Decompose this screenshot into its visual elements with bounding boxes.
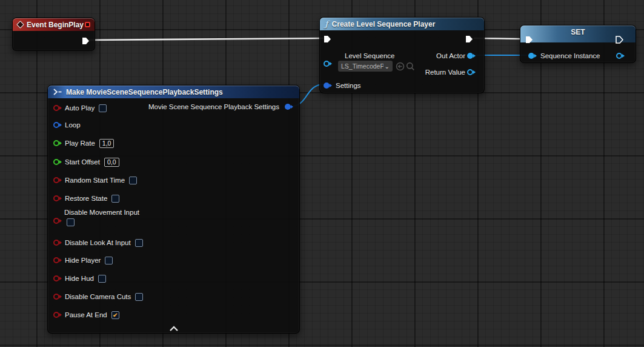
node-set-sequence-instance[interactable]: SET Sequence Instance bbox=[520, 25, 636, 63]
level-sequence-pin-label: Level Sequence bbox=[345, 52, 394, 60]
restore_state-checkbox[interactable] bbox=[111, 195, 119, 203]
pin-row-random_start_time: Random Start Time bbox=[53, 172, 294, 189]
return-value-pin-label: Return Value bbox=[425, 68, 465, 76]
hide_hud-label: Hide Hud bbox=[65, 275, 94, 282]
pause_at_end-pin[interactable] bbox=[53, 312, 59, 318]
start_offset-input[interactable]: 0,0 bbox=[104, 158, 119, 167]
pin-row-disable_look_at_input: Disable Look At Input bbox=[53, 234, 294, 251]
disable_look_at_input-pin[interactable] bbox=[53, 240, 59, 246]
make-struct-icon bbox=[53, 89, 62, 95]
disable_camera_cuts-pin[interactable] bbox=[53, 294, 59, 300]
play_rate-pin[interactable] bbox=[53, 140, 59, 146]
pin-row-play_rate: Play Rate1,0 bbox=[53, 135, 294, 152]
delegate-pin[interactable] bbox=[85, 22, 90, 27]
pin-row-start_offset: Start Offset0,0 bbox=[53, 153, 294, 170]
exec-wire-beginplay-to-create[interactable] bbox=[89, 38, 324, 40]
random_start_time-pin[interactable] bbox=[53, 177, 59, 183]
restore_state-label: Restore State bbox=[65, 195, 107, 202]
pin-row-hide_player: Hide Player bbox=[53, 252, 294, 269]
sequence-instance-pin[interactable] bbox=[528, 53, 534, 59]
auto_play-label: Auto Play bbox=[65, 104, 95, 112]
hide_hud-pin[interactable] bbox=[53, 275, 59, 281]
exec-in-pin-set[interactable] bbox=[525, 36, 533, 44]
disable_camera_cuts-checkbox[interactable] bbox=[135, 293, 143, 301]
random_start_time-label: Random Start Time bbox=[65, 177, 125, 184]
return-value-pin[interactable] bbox=[467, 69, 473, 75]
pin-row-disable_movement_input: Disable Movement Input bbox=[53, 209, 294, 234]
hide_player-pin[interactable] bbox=[53, 257, 59, 263]
random_start_time-checkbox[interactable] bbox=[129, 177, 137, 184]
start_offset-pin[interactable] bbox=[53, 159, 59, 165]
restore_state-pin[interactable] bbox=[53, 195, 59, 201]
out-actor-pin[interactable] bbox=[467, 53, 473, 59]
set-output-pin[interactable] bbox=[616, 53, 622, 59]
sequence-instance-pin-label: Sequence Instance bbox=[540, 52, 600, 60]
pin-row-hide_hud: Hide Hud bbox=[53, 270, 294, 287]
pin-row-disable_camera_cuts: Disable Camera Cuts bbox=[53, 288, 294, 305]
disable_camera_cuts-label: Disable Camera Cuts bbox=[65, 293, 131, 300]
disable_movement_input-pin[interactable] bbox=[53, 218, 59, 224]
out-actor-pin-label: Out Actor bbox=[436, 52, 465, 60]
blueprint-graph-canvas[interactable]: Event BeginPlay ƒ Create Level Sequence … bbox=[0, 0, 644, 347]
auto_play-pin[interactable] bbox=[53, 105, 59, 111]
hide_player-label: Hide Player bbox=[65, 257, 101, 264]
asset-dropdown-value: LS_TimecodePro bbox=[341, 62, 383, 70]
pause_at_end-checkbox[interactable]: ✔ bbox=[111, 311, 119, 319]
auto_play-checkbox[interactable] bbox=[99, 104, 107, 112]
start_offset-label: Start Offset bbox=[65, 158, 100, 166]
create-player-header[interactable]: ƒ Create Level Sequence Player bbox=[320, 18, 484, 30]
event-beginplay-header[interactable]: Event BeginPlay bbox=[13, 18, 95, 31]
node-make-playback-settings[interactable]: Make MovieSceneSequencePlaybackSettings … bbox=[47, 85, 300, 334]
loop-label: Loop bbox=[65, 121, 81, 129]
play_rate-input[interactable]: 1,0 bbox=[99, 139, 115, 148]
set-title: SET bbox=[520, 28, 636, 36]
settings-pin-label: Settings bbox=[336, 81, 361, 90]
make-settings-title: Make MovieSceneSequencePlaybackSettings bbox=[66, 88, 223, 96]
level-sequence-asset-dropdown[interactable]: LS_TimecodePro ⌄ bbox=[338, 61, 393, 72]
settings-pin[interactable] bbox=[324, 83, 330, 89]
event-beginplay-title: Event BeginPlay bbox=[27, 21, 84, 29]
disable_movement_input-label: Disable Movement Input bbox=[64, 209, 294, 216]
node-event-beginplay[interactable]: Event BeginPlay bbox=[12, 18, 95, 51]
disable_movement_input-checkbox[interactable] bbox=[67, 218, 75, 226]
exec-in-pin-create[interactable] bbox=[324, 35, 331, 43]
disable_look_at_input-checkbox[interactable] bbox=[135, 239, 143, 247]
pause_at_end-label: Pause At End bbox=[65, 311, 107, 318]
hide_hud-checkbox[interactable] bbox=[98, 275, 106, 283]
level-sequence-pin[interactable] bbox=[324, 61, 330, 67]
exec-out-pin-beginplay[interactable] bbox=[82, 37, 90, 45]
event-icon bbox=[16, 21, 24, 29]
collapse-node-chevron-icon[interactable] bbox=[169, 323, 179, 329]
use-selected-asset-icon[interactable] bbox=[396, 62, 405, 71]
play_rate-label: Play Rate bbox=[65, 140, 95, 147]
create-player-title: Create Level Sequence Player bbox=[332, 20, 436, 29]
node-create-level-sequence-player[interactable]: ƒ Create Level Sequence Player Level Seq… bbox=[319, 17, 485, 93]
pin-row-auto_play: Auto Play bbox=[53, 99, 294, 116]
chevron-down-icon: ⌄ bbox=[385, 63, 390, 70]
pin-row-loop: Loop bbox=[53, 116, 294, 133]
disable_look_at_input-label: Disable Look At Input bbox=[65, 239, 131, 246]
browse-asset-search-icon[interactable] bbox=[406, 62, 415, 71]
make-settings-header[interactable]: Make MovieSceneSequencePlaybackSettings bbox=[48, 86, 299, 98]
pin-row-pause_at_end: Pause At End✔ bbox=[53, 306, 294, 323]
hide_player-checkbox[interactable] bbox=[105, 257, 113, 264]
pin-row-restore_state: Restore State bbox=[53, 190, 294, 207]
loop-pin[interactable] bbox=[53, 122, 59, 128]
function-icon: ƒ bbox=[325, 19, 328, 29]
exec-out-pin-set[interactable] bbox=[616, 36, 623, 44]
exec-out-pin-create[interactable] bbox=[465, 35, 473, 43]
